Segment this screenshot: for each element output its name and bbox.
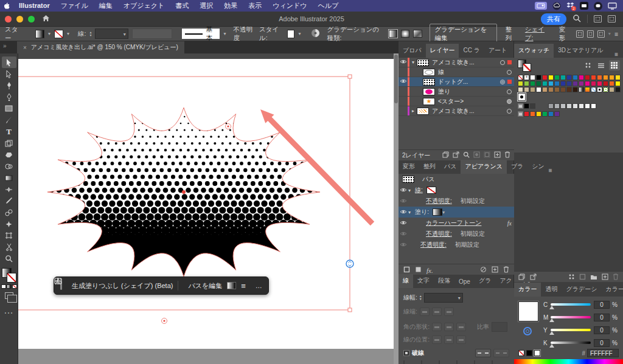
swatch[interactable] <box>585 87 590 92</box>
visibility-toggle-icon[interactable] <box>399 198 408 205</box>
white-swatch[interactable] <box>534 350 540 356</box>
screen-share-icon[interactable] <box>535 2 547 10</box>
gradient-tool[interactable] <box>2 172 16 184</box>
swatch[interactable] <box>585 81 590 86</box>
layer-selection-square[interactable] <box>507 80 512 84</box>
list-view-icon[interactable] <box>596 60 607 70</box>
paintbrush-tool[interactable] <box>2 114 16 126</box>
weight-stepper[interactable]: ▴▾ <box>420 295 422 301</box>
constrain-proportions-icon[interactable] <box>587 30 594 38</box>
tab-stroke-2[interactable]: 段落 <box>434 274 454 288</box>
appearance-swatch[interactable] <box>426 187 436 194</box>
layer-target-icon[interactable] <box>500 60 505 65</box>
swatch[interactable] <box>591 81 596 86</box>
swatch[interactable] <box>579 75 584 80</box>
tab-layers-3[interactable]: アート <box>484 44 511 58</box>
duplicate-item-icon[interactable] <box>492 264 498 275</box>
stroke-weight-select[interactable]: ▾ <box>95 29 128 39</box>
channel-value-field[interactable]: 0 <box>594 339 610 347</box>
dash-input[interactable] <box>421 360 422 364</box>
appearance-attr-label[interactable]: 線: <box>415 186 423 194</box>
swatch[interactable] <box>518 87 523 92</box>
radial-gradient-button[interactable] <box>401 30 409 38</box>
color-button[interactable] <box>1 284 6 289</box>
line-icon[interactable] <box>594 2 602 10</box>
swatch[interactable] <box>548 81 554 86</box>
shape-builder-tool[interactable] <box>2 160 16 172</box>
tab-swatches-menu-icon[interactable]: ≡ <box>614 51 623 58</box>
channel-value-field[interactable]: 0 <box>594 314 610 321</box>
swatch[interactable] <box>597 75 602 80</box>
swatch[interactable] <box>542 87 548 92</box>
canvas[interactable]: 生成塗りつぶし (シェイプ) (Beta) パスを編集 ≡ … <box>18 53 399 364</box>
layer-target-icon[interactable] <box>507 89 512 94</box>
workspace-switcher-icon[interactable] <box>608 15 616 22</box>
new-swatch-icon[interactable] <box>602 272 608 283</box>
dash-input[interactable] <box>403 360 405 364</box>
swatch[interactable] <box>560 81 566 86</box>
swatch[interactable] <box>609 87 614 92</box>
swatch[interactable] <box>560 75 566 80</box>
symbol-tool[interactable] <box>2 218 16 230</box>
swatch[interactable] <box>591 103 596 109</box>
artboard-tool[interactable] <box>2 230 16 241</box>
swatch[interactable] <box>603 75 608 80</box>
swatch[interactable] <box>579 103 584 109</box>
fill-stroke-indicator[interactable] <box>2 268 16 283</box>
swatch[interactable] <box>530 111 535 117</box>
swatch[interactable] <box>615 75 621 80</box>
swatch-libraries-icon[interactable] <box>518 272 525 283</box>
swatch[interactable] <box>536 81 541 86</box>
swatch[interactable] <box>566 81 572 86</box>
layer-row[interactable]: ▾アメコミ吹き... <box>399 58 514 67</box>
appearance-attr-label[interactable]: 不透明度: <box>420 241 447 249</box>
color-spectrum-bar[interactable] <box>514 359 623 364</box>
swatch[interactable] <box>554 111 560 117</box>
export-icon[interactable] <box>453 151 459 159</box>
align-label[interactable]: 整列 <box>506 26 517 43</box>
swatch[interactable] <box>518 81 523 86</box>
channel-slider[interactable] <box>551 329 591 331</box>
dashed-line-checkbox[interactable] <box>403 350 409 356</box>
scrollbar-thumb[interactable] <box>394 55 398 103</box>
menu-item-4[interactable]: 書式 <box>170 0 194 12</box>
display-icon[interactable] <box>608 2 617 10</box>
swatch[interactable] <box>518 75 523 80</box>
layer-chevron-icon[interactable]: ▸ <box>409 108 417 114</box>
bevel-join-button[interactable] <box>456 323 466 331</box>
close-tab-icon[interactable]: × <box>23 44 27 51</box>
visibility-toggle-icon[interactable] <box>399 78 408 85</box>
swatch[interactable] <box>554 103 560 109</box>
layer-row[interactable]: 線 <box>399 67 514 77</box>
appearance-chevron-icon[interactable]: ▾ <box>408 210 415 215</box>
visibility-toggle-icon[interactable] <box>399 242 408 249</box>
swatch[interactable] <box>597 87 602 92</box>
tab-stroke-1[interactable]: 文字 <box>413 274 434 288</box>
dash-field-4[interactable]: 線分 <box>474 361 489 364</box>
swatch[interactable] <box>542 75 548 80</box>
swatch[interactable] <box>548 103 554 109</box>
menu-item-9[interactable]: ヘルプ <box>313 0 344 12</box>
appearance-row[interactable]: 不透明度:初期設定 <box>399 196 514 207</box>
swatch[interactable] <box>573 81 578 86</box>
align-outside-button[interactable] <box>456 335 466 344</box>
tab-color-0[interactable]: カラー <box>514 283 541 297</box>
align-center-button[interactable] <box>432 335 442 344</box>
swatch[interactable] <box>554 81 560 86</box>
swatch[interactable] <box>560 87 566 92</box>
gradient-button[interactable] <box>7 284 12 289</box>
eraser-tool[interactable] <box>2 149 16 160</box>
swatch[interactable] <box>536 111 541 117</box>
width-tool[interactable] <box>2 184 16 195</box>
fill-swatch-icon[interactable] <box>227 282 236 289</box>
swatch[interactable] <box>536 87 541 92</box>
collect-for-export-icon[interactable] <box>442 151 449 159</box>
menu-item-3[interactable]: オブジェクト <box>118 0 170 12</box>
close-window-button[interactable] <box>5 16 12 22</box>
swatch[interactable] <box>591 87 596 92</box>
swatch[interactable] <box>554 75 560 80</box>
generative-fill-button[interactable]: 生成塗りつぶし (シェイプ) (Beta) <box>72 281 173 290</box>
slider-thumb[interactable] <box>549 331 554 335</box>
align-inside-button[interactable] <box>444 335 454 344</box>
swatch[interactable] <box>585 103 590 109</box>
